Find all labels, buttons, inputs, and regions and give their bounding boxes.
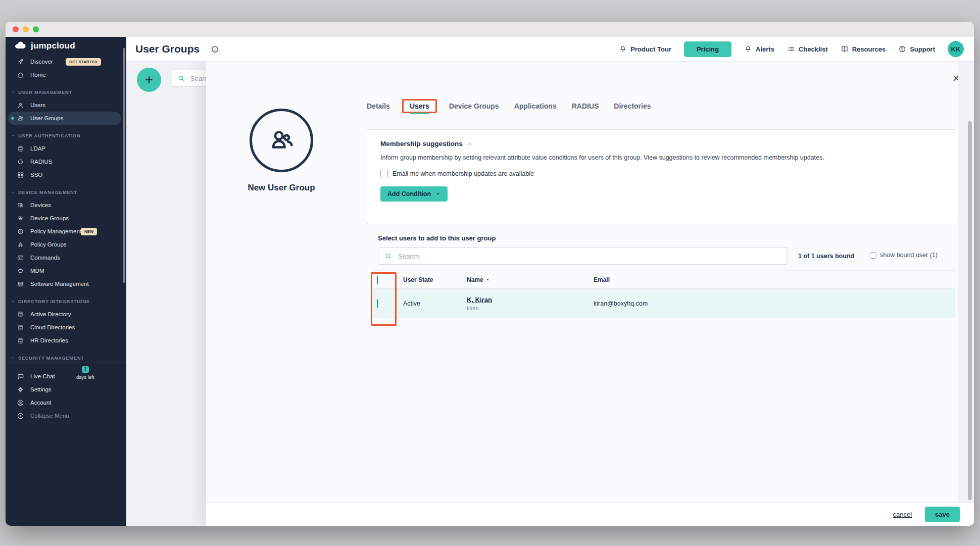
sidebar-item-devices[interactable]: Devices	[6, 198, 126, 212]
modal-footer: cancel save	[206, 503, 974, 526]
policy-groups-icon	[17, 241, 24, 249]
window-titlebar	[6, 22, 974, 37]
user-group-icon	[267, 126, 296, 155]
product-tour-button[interactable]: Product Tour	[619, 45, 671, 53]
sso-grid-icon	[17, 171, 24, 179]
close-window-button[interactable]	[13, 26, 19, 32]
sidebar-item-collapse-menu[interactable]: Collapse Menu	[6, 409, 126, 422]
home-icon	[17, 71, 24, 79]
user-name-link[interactable]: K, Kiran	[467, 296, 590, 304]
zoom-window-button[interactable]	[33, 26, 39, 32]
users-search-box[interactable]	[378, 247, 788, 265]
add-condition-button[interactable]: Add Condition	[380, 186, 448, 202]
users-search-input[interactable]	[397, 252, 782, 261]
sidebar-item-active-directory[interactable]: Active Directory	[6, 308, 126, 321]
save-button[interactable]: save	[925, 507, 960, 522]
sidebar-item-mdm[interactable]: MDM	[6, 264, 126, 277]
sidebar-section-user-management[interactable]: USER MANAGEMENT	[6, 85, 126, 98]
sidebar-item-sso[interactable]: SSO	[6, 168, 126, 181]
cancel-button[interactable]: cancel	[893, 511, 912, 518]
sidebar-item-home[interactable]: Home	[6, 68, 126, 81]
select-all-checkbox[interactable]	[377, 276, 378, 284]
top-header: User Groups Product Tour Pricing Alerts …	[126, 37, 974, 62]
group-avatar-circle	[250, 109, 313, 172]
laptop-icon	[17, 280, 24, 288]
sidebar-item-ldap[interactable]: LDAP	[6, 142, 126, 155]
gear-icon	[17, 386, 24, 393]
checklist-button[interactable]: Checklist	[787, 45, 828, 53]
app-root: jumpcloud Discover GET STARTED Home USER…	[6, 37, 974, 526]
policy-target-icon	[17, 228, 24, 235]
sidebar-section-user-authentication[interactable]: USER AUTHENTICATION	[6, 129, 126, 142]
membership-suggestions-toggle[interactable]: Membership suggestions	[380, 140, 945, 147]
sidebar-item-device-groups[interactable]: Device Groups	[6, 212, 126, 225]
email-updates-checkbox[interactable]	[380, 170, 388, 177]
header-actions: Product Tour Pricing Alerts Checklist Re…	[619, 41, 964, 57]
show-bound-user-control: show bound user (1)	[870, 252, 938, 259]
minimize-window-button[interactable]	[23, 26, 29, 32]
membership-suggestions-card: Membership suggestions Inform group memb…	[367, 129, 958, 224]
stacked-discs-icon	[17, 324, 24, 331]
show-bound-user-checkbox[interactable]	[870, 252, 876, 259]
sidebar-item-cloud-directories[interactable]: Cloud Directories	[6, 321, 126, 334]
column-name[interactable]: Name	[463, 276, 590, 283]
sidebar-item-user-groups[interactable]: User Groups	[8, 112, 121, 125]
modal-scrollbar-track[interactable]	[958, 62, 974, 503]
membership-description: Inform group membership by setting relev…	[380, 154, 945, 161]
row-checkbox[interactable]	[377, 300, 378, 308]
add-user-group-button[interactable]	[137, 68, 161, 92]
sidebar-section-directory-integrations[interactable]: DIRECTORY INTEGRATIONS	[6, 294, 126, 308]
sidebar-item-discover[interactable]: Discover GET STARTED	[6, 55, 126, 68]
resources-button[interactable]: Resources	[841, 45, 886, 53]
list-icon	[787, 45, 795, 53]
tab-device-groups[interactable]: Device Groups	[449, 99, 499, 113]
tab-applications[interactable]: Applications	[514, 99, 557, 113]
trial-days-text: days left	[76, 374, 94, 380]
sidebar-section-device-management[interactable]: DEVICE MANAGEMENT	[6, 185, 126, 198]
chevron-down-icon	[10, 355, 16, 361]
sidebar-item-commands[interactable]: Commands	[6, 251, 126, 264]
radius-icon	[17, 158, 24, 166]
sidebar-item-software-management[interactable]: Software Management	[6, 277, 126, 290]
tab-directories[interactable]: Directories	[614, 99, 651, 113]
group-title: New User Group	[206, 183, 357, 193]
get-started-badge: GET STARTED	[66, 58, 101, 66]
sidebar-item-users[interactable]: Users	[6, 98, 126, 112]
chevron-down-icon	[10, 89, 16, 95]
sidebar-item-policy-management[interactable]: Policy Management NEW	[6, 225, 126, 238]
sidebar-item-policy-groups[interactable]: Policy Groups	[6, 238, 126, 251]
sidebar-item-live-chat[interactable]: Live Chat 1 days left	[6, 370, 126, 383]
database-icon	[17, 311, 24, 318]
show-bound-user-label: show bound user (1)	[880, 252, 938, 259]
support-button[interactable]: Support	[898, 45, 935, 53]
users-table-header: User State Name Email	[373, 270, 955, 289]
sidebar-item-radius[interactable]: RADIUS	[6, 155, 126, 168]
sidebar-item-settings[interactable]: Settings	[6, 383, 126, 396]
plus-icon	[143, 74, 155, 86]
pricing-button[interactable]: Pricing	[684, 41, 731, 57]
sidebar-item-hr-directories[interactable]: HR Directories	[6, 334, 126, 347]
rocket-icon	[17, 58, 24, 66]
sidebar-scrollbar[interactable]	[123, 48, 125, 283]
modal-tabs: Details Users Device Groups Applications…	[367, 99, 651, 113]
search-icon	[177, 74, 185, 82]
user-avatar[interactable]: KK	[948, 41, 964, 57]
content-area: New User Group Details Users Device Grou…	[126, 62, 974, 526]
modal-scrollbar-thumb[interactable]	[968, 121, 972, 500]
search-icon	[384, 252, 393, 261]
sort-ascending-icon	[485, 277, 490, 282]
sidebar-item-account[interactable]: Account	[6, 396, 126, 409]
column-email[interactable]: Email	[590, 276, 955, 283]
chat-icon	[17, 373, 24, 380]
jumpcloud-logo[interactable]: jumpcloud	[6, 37, 126, 51]
tab-radius[interactable]: RADIUS	[572, 99, 599, 113]
tab-details[interactable]: Details	[367, 99, 390, 113]
annotation-box-users-tab: Users	[402, 99, 437, 113]
table-row[interactable]: Active K, Kiran kiran kiran@boxyhq.com	[373, 289, 955, 318]
column-user-state[interactable]: User State	[399, 276, 463, 283]
device-groups-icon	[17, 215, 24, 222]
chevron-down-icon	[10, 189, 16, 195]
alerts-button[interactable]: Alerts	[744, 45, 774, 53]
tab-users[interactable]: Users	[410, 99, 429, 113]
info-icon[interactable]	[211, 45, 219, 54]
